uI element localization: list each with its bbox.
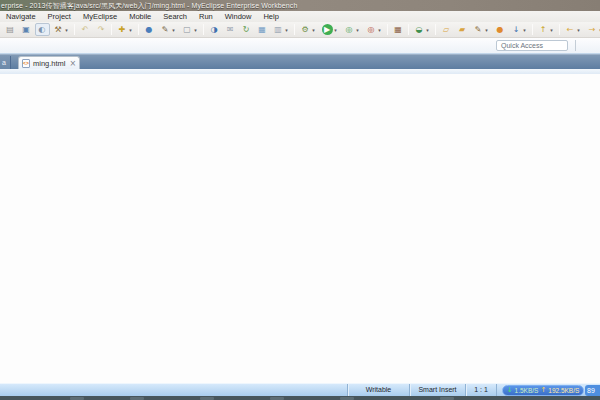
open-file-button[interactable]: ▰ xyxy=(455,23,470,36)
perspective-divider xyxy=(575,40,576,51)
print-icon: ▤ xyxy=(5,24,16,35)
taskbar-sliver xyxy=(0,396,600,400)
refresh-icon: ↻ xyxy=(241,24,252,35)
toolbar-separator xyxy=(138,24,139,35)
snapshot-icon: ◐ xyxy=(37,24,48,35)
network-speed-badge[interactable]: ↓ 1.5KB/S ↑ 192.5KB/S xyxy=(502,385,584,396)
forward-icon: → xyxy=(587,24,598,35)
toolbar-separator xyxy=(387,24,388,35)
dropdown-caret-icon: ▾ xyxy=(64,27,70,33)
run-last-tool-button[interactable]: ⚒▾ xyxy=(51,23,72,36)
menu-window[interactable]: Window xyxy=(219,11,258,22)
tab-close-icon[interactable]: × xyxy=(70,59,77,69)
snapshot-button[interactable]: ◐ xyxy=(35,23,50,36)
globe-button[interactable]: ◑ xyxy=(207,23,222,36)
partial-tab[interactable]: a xyxy=(0,56,11,70)
web-project-icon: ◒ xyxy=(414,24,425,35)
menu-search[interactable]: Search xyxy=(157,11,193,22)
profile-icon: ◎ xyxy=(366,24,377,35)
palette-icon: ● xyxy=(495,24,506,35)
dropdown-caret-icon: ▾ xyxy=(549,27,555,33)
window-title: erprise - 2013传智播客java/src/黑风天/web入门/min… xyxy=(0,0,600,11)
export-icon: ↑ xyxy=(538,24,549,35)
run-icon: ▶ xyxy=(322,24,333,35)
web-project-button[interactable]: ◒▾ xyxy=(412,23,433,36)
dropdown-caret-icon: ▾ xyxy=(311,27,317,33)
toolbar-separator xyxy=(74,24,75,35)
new-wizard-icon: ✚ xyxy=(117,24,128,35)
dropdown-caret-icon: ▾ xyxy=(355,27,361,33)
web-browser-icon: ● xyxy=(144,24,155,35)
servers-icon: ▦ xyxy=(393,24,404,35)
edit-document-button[interactable]: ✎▾ xyxy=(158,23,179,36)
redo-button[interactable]: ↷ xyxy=(94,23,109,36)
tab-label: ming.html xyxy=(33,59,66,68)
external-tools-icon: ◎ xyxy=(344,24,355,35)
dropdown-caret-icon: ▾ xyxy=(522,27,528,33)
palette-button[interactable]: ● xyxy=(493,23,508,36)
html-file-icon: <> xyxy=(22,59,30,68)
menu-mobile[interactable]: Mobile xyxy=(123,11,157,22)
toolbar-separator xyxy=(294,24,295,35)
dropdown-caret-icon: ▾ xyxy=(425,27,431,33)
redo-icon: ↷ xyxy=(96,24,107,35)
new-file-icon: ▢ xyxy=(182,24,193,35)
dropdown-caret-icon: ▾ xyxy=(377,27,383,33)
debug-button[interactable]: ⚙▾ xyxy=(298,23,319,36)
print-button[interactable]: ▤ xyxy=(3,23,18,36)
status-bar: Writable Smart Insert 1 : 1 ↓ 1.5KB/S ↑ … xyxy=(0,383,600,396)
toolbar-separator xyxy=(408,24,409,35)
dropdown-caret-icon: ▾ xyxy=(193,27,199,33)
upload-speed: 192.5KB/S xyxy=(548,386,579,395)
dropdown-caret-icon: ▾ xyxy=(333,27,339,33)
copy-button[interactable]: ▥▾ xyxy=(271,23,292,36)
upload-arrow-icon: ↑ xyxy=(540,386,546,395)
editor-tab-strip: a <> ming.html × xyxy=(0,54,600,69)
image-viewer-button[interactable]: ▦ xyxy=(255,23,270,36)
mail-button[interactable]: ✉ xyxy=(223,23,238,36)
debug-icon: ⚙ xyxy=(300,24,311,35)
undo-button[interactable]: ↶ xyxy=(78,23,93,36)
open-folder-icon: ▱ xyxy=(441,24,452,35)
import-button[interactable]: ↓▾ xyxy=(509,23,530,36)
edge-fragment: 89 xyxy=(585,385,600,396)
myeclipse-window: { "window": { "title": "erprise - 2013传智… xyxy=(0,0,600,400)
menu-myeclipse[interactable]: MyEclipse xyxy=(77,11,123,22)
servers-button[interactable]: ▦ xyxy=(391,23,406,36)
run-last-tool-icon: ⚒ xyxy=(53,24,64,35)
profile-button[interactable]: ◎▾ xyxy=(364,23,385,36)
open-file-icon: ▰ xyxy=(457,24,468,35)
quick-access-input[interactable]: Quick Access xyxy=(496,40,568,51)
edit-html-button[interactable]: ✎▾ xyxy=(471,23,492,36)
tab-ming-html[interactable]: <> ming.html × xyxy=(18,56,80,70)
new-file-button[interactable]: ▢▾ xyxy=(180,23,201,36)
main-toolbar: ▤▣◐⚒▾↶↷✚▾●✎▾▢▾◑✉↻▦▥▾⚙▾▶▾◎▾◎▾▦◒▾▱▰✎▾●↓▾↑▾… xyxy=(0,22,600,38)
undo-icon: ↶ xyxy=(80,24,91,35)
menu-project[interactable]: Project xyxy=(42,11,77,22)
forward-button[interactable]: →▾ xyxy=(585,23,600,36)
export-button[interactable]: ↑▾ xyxy=(536,23,557,36)
toolbar-separator xyxy=(559,24,560,35)
menu-help[interactable]: Help xyxy=(257,11,284,22)
toolbar-separator xyxy=(203,24,204,35)
toolbar-separator xyxy=(435,24,436,35)
editor-area[interactable] xyxy=(0,74,600,383)
edit-html-icon: ✎ xyxy=(473,24,484,35)
run-button[interactable]: ▶▾ xyxy=(320,23,341,36)
menu-run[interactable]: Run xyxy=(193,11,219,22)
save-button[interactable]: ▣ xyxy=(19,23,34,36)
refresh-button[interactable]: ↻ xyxy=(239,23,254,36)
new-wizard-button[interactable]: ✚▾ xyxy=(115,23,136,36)
title-bar: erprise - 2013传智播客java/src/黑风天/web入门/min… xyxy=(0,0,600,11)
copy-icon: ▥ xyxy=(273,24,284,35)
toolbar-separator xyxy=(111,24,112,35)
back-button[interactable]: ←▾ xyxy=(563,23,584,36)
dropdown-caret-icon: ▾ xyxy=(484,27,490,33)
toolbar-separator xyxy=(532,24,533,35)
open-folder-button[interactable]: ▱ xyxy=(439,23,454,36)
download-arrow-icon: ↓ xyxy=(507,386,513,395)
web-browser-button[interactable]: ● xyxy=(142,23,157,36)
menu-navigate[interactable]: Navigate xyxy=(0,11,42,22)
quick-access-row: Quick Access xyxy=(0,38,600,54)
external-tools-button[interactable]: ◎▾ xyxy=(342,23,363,36)
